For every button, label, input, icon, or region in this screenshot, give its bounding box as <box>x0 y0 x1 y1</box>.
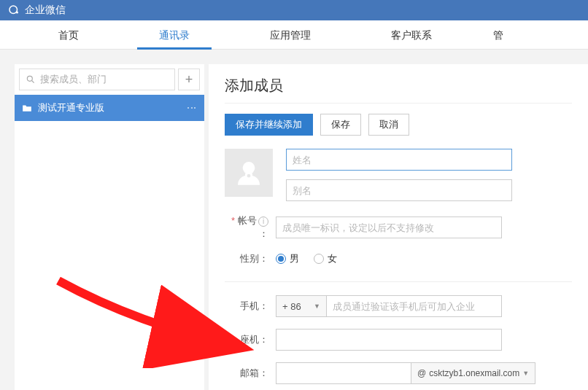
dept-more-icon[interactable]: ⋮ <box>187 104 197 113</box>
email-label: 邮箱： <box>225 367 268 380</box>
landline-label: 座机： <box>225 333 268 346</box>
alias-input[interactable] <box>286 179 512 201</box>
dept-name: 测试开通专业版 <box>38 101 104 114</box>
svg-point-2 <box>27 76 32 81</box>
main-nav: 首页 通讯录 应用管理 客户联系 管 <box>0 20 588 50</box>
phone-label: 手机： <box>225 300 268 313</box>
svg-point-6 <box>247 174 251 178</box>
divider <box>225 103 572 104</box>
account-input[interactable] <box>276 217 502 238</box>
account-hint-icon[interactable]: i <box>258 217 268 227</box>
gender-male-radio[interactable]: 男 <box>276 252 299 265</box>
chevron-down-icon: ▼ <box>522 370 529 377</box>
nav-tab-home[interactable]: 首页 <box>36 20 101 50</box>
gender-label: 性别： <box>225 252 268 265</box>
landline-input[interactable] <box>276 329 502 351</box>
search-placeholder: 搜索成员、部门 <box>40 73 107 86</box>
save-button[interactable]: 保存 <box>320 114 361 136</box>
svg-point-1 <box>16 12 18 14</box>
avatar-placeholder-icon <box>234 158 263 187</box>
search-input[interactable]: 搜索成员、部门 <box>19 69 175 90</box>
svg-point-0 <box>9 6 18 14</box>
chevron-down-icon: ▼ <box>314 303 320 310</box>
app-name: 企业微信 <box>25 4 66 17</box>
page-title: 添加成员 <box>225 76 572 95</box>
svg-line-3 <box>32 81 34 83</box>
email-domain-select[interactable]: @csktzyb1.onexmail.com▼ <box>411 362 535 384</box>
nav-tab-contacts[interactable]: 通讯录 <box>137 20 212 50</box>
nav-tab-apps[interactable]: 应用管理 <box>248 20 333 50</box>
gender-female-radio[interactable]: 女 <box>314 252 337 265</box>
main-content: 添加成员 保存并继续添加 保存 取消 *帐号i： 性别： 男 <box>209 64 588 390</box>
name-input[interactable] <box>286 149 512 171</box>
svg-point-4 <box>243 162 255 174</box>
account-label: *帐号i： <box>225 214 268 241</box>
phone-input[interactable] <box>327 295 502 317</box>
add-dept-button[interactable]: + <box>178 69 200 90</box>
email-input[interactable] <box>276 362 411 384</box>
country-code-select[interactable]: + 86▼ <box>276 295 327 317</box>
cancel-button[interactable]: 取消 <box>368 114 409 136</box>
divider <box>225 281 572 282</box>
folder-icon <box>22 104 32 112</box>
nav-tab-more[interactable]: 管 <box>490 20 506 50</box>
nav-tab-customers[interactable]: 客户联系 <box>369 20 454 50</box>
app-topbar: 企业微信 <box>0 0 588 20</box>
dept-item[interactable]: 测试开通专业版 ⋮ <box>15 95 204 121</box>
avatar-upload[interactable] <box>225 149 273 197</box>
search-icon <box>26 74 36 85</box>
sidebar: 搜索成员、部门 + 测试开通专业版 ⋮ <box>15 64 204 390</box>
app-logo-icon <box>7 4 20 17</box>
save-continue-button[interactable]: 保存并继续添加 <box>225 114 313 136</box>
